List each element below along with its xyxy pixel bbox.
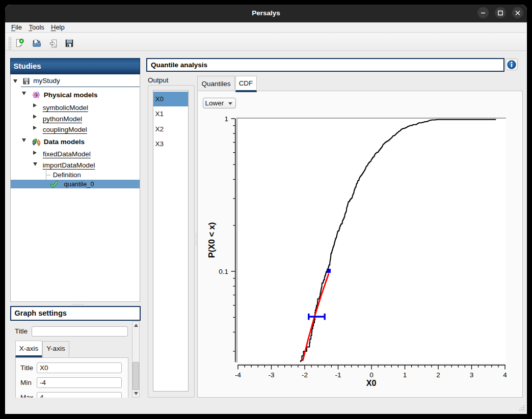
svg-text:2: 2 <box>436 371 440 379</box>
svg-text:3: 3 <box>470 371 474 379</box>
svg-text:P(X0 < x): P(X0 < x) <box>207 222 216 258</box>
svg-text:-4: -4 <box>235 371 241 379</box>
svg-text:4: 4 <box>503 371 507 379</box>
svg-text:1: 1 <box>403 371 407 379</box>
svg-text:0: 0 <box>369 371 374 379</box>
svg-text:-3: -3 <box>268 371 274 379</box>
svg-text:-2: -2 <box>302 371 308 379</box>
svg-text:1: 1 <box>224 115 228 123</box>
svg-text:-1: -1 <box>335 371 341 379</box>
svg-text:X0: X0 <box>366 379 377 387</box>
svg-text:0.1: 0.1 <box>219 268 228 275</box>
